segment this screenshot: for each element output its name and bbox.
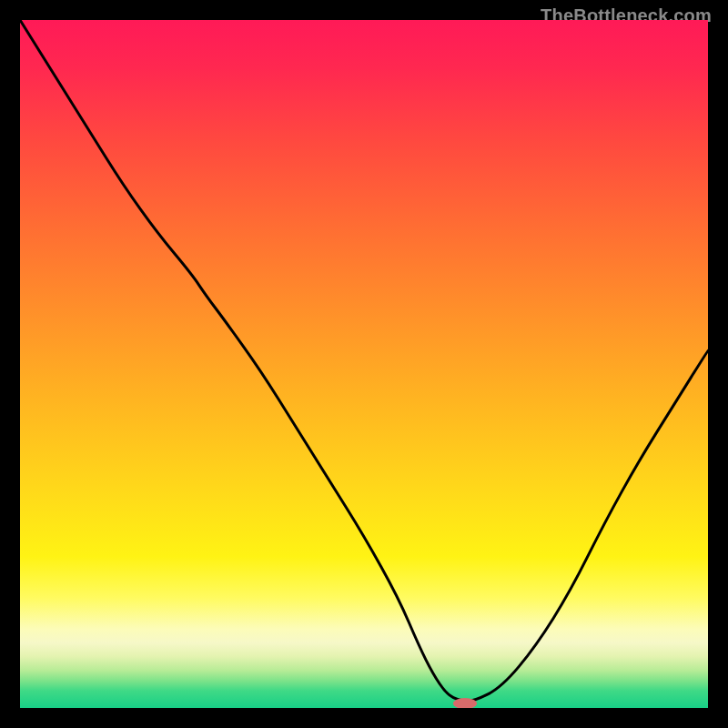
chart-svg: [20, 20, 708, 708]
gradient-background: [20, 20, 708, 708]
plot-area: [20, 20, 708, 708]
chart-frame: TheBottleneck.com: [0, 0, 728, 728]
